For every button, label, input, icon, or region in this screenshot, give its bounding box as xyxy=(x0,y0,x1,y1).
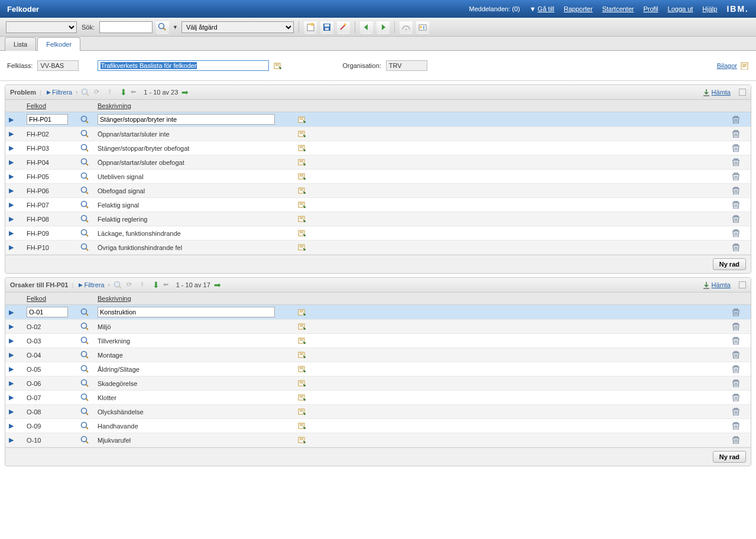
col-felkod[interactable]: Felkod xyxy=(23,293,76,305)
row-expand-icon[interactable]: ▶ xyxy=(9,187,16,194)
goto-link[interactable]: ▼Gå till xyxy=(530,5,554,12)
orsaker-filter[interactable]: Filtrera xyxy=(79,281,104,288)
detail-icon[interactable] xyxy=(297,171,306,181)
delete-icon[interactable] xyxy=(731,115,740,124)
row-expand-icon[interactable]: ▶ xyxy=(9,436,16,444)
detail-icon[interactable] xyxy=(297,435,306,444)
delete-icon[interactable] xyxy=(731,143,740,152)
lookup-icon[interactable] xyxy=(80,307,89,317)
prev-icon[interactable] xyxy=(360,21,373,34)
lookup-icon[interactable] xyxy=(80,228,89,238)
detail-icon[interactable] xyxy=(297,421,306,430)
delete-icon[interactable] xyxy=(731,157,740,167)
table-row[interactable]: ▶FH-P06Obefogad signal xyxy=(5,184,751,198)
delete-icon[interactable] xyxy=(731,171,740,181)
desc-detail-icon[interactable] xyxy=(272,61,282,70)
nav-rapporter[interactable]: Rapporter xyxy=(564,5,593,12)
table-row[interactable]: ▶O-07Klotter xyxy=(5,391,751,405)
lookup-icon[interactable] xyxy=(80,435,89,444)
row-expand-icon[interactable]: ▶ xyxy=(9,215,16,223)
lookup-icon[interactable] xyxy=(80,336,89,345)
problem-download[interactable]: Hämta xyxy=(702,88,731,96)
detail-icon[interactable] xyxy=(297,115,306,124)
new-icon[interactable] xyxy=(304,21,317,34)
detail-icon[interactable] xyxy=(297,336,306,345)
delete-icon[interactable] xyxy=(731,392,740,402)
orsaker-collapse-icon[interactable] xyxy=(739,281,746,288)
detail-icon[interactable] xyxy=(297,407,306,416)
problem-filter[interactable]: Filtrera xyxy=(47,89,72,96)
felkod-input[interactable] xyxy=(27,307,68,317)
row-expand-icon[interactable]: ▶ xyxy=(9,309,16,316)
lookup-icon[interactable] xyxy=(80,392,89,402)
detail-icon[interactable] xyxy=(297,143,306,152)
delete-icon[interactable] xyxy=(731,242,740,252)
report-icon[interactable] xyxy=(416,21,429,34)
attachments-icon[interactable] xyxy=(739,61,749,70)
action-select[interactable]: Välj åtgärd xyxy=(181,21,294,33)
search-input[interactable] xyxy=(99,21,153,33)
col-felkod[interactable]: Felkod xyxy=(23,100,76,112)
gauge-icon[interactable] xyxy=(400,21,413,34)
row-expand-icon[interactable]: ▶ xyxy=(9,158,16,166)
detail-icon[interactable] xyxy=(297,392,306,402)
detail-icon[interactable] xyxy=(297,350,306,359)
table-row[interactable]: ▶O-10Mjukvarufel xyxy=(5,433,751,447)
delete-icon[interactable] xyxy=(731,322,740,331)
table-row[interactable]: ▶O-08Olyckshändelse xyxy=(5,405,751,419)
detail-icon[interactable] xyxy=(297,157,306,167)
row-expand-icon[interactable]: ▶ xyxy=(9,243,16,251)
lookup-icon[interactable] xyxy=(80,200,89,209)
lookup-icon[interactable] xyxy=(80,421,89,430)
row-expand-icon[interactable]: ▶ xyxy=(9,379,16,387)
row-expand-icon[interactable]: ▶ xyxy=(9,351,16,359)
detail-icon[interactable] xyxy=(297,322,306,331)
search-icon[interactable] xyxy=(156,21,169,34)
tab-felkoder[interactable]: Felkoder xyxy=(37,37,80,51)
table-row[interactable]: ▶O-09Handhavande xyxy=(5,419,751,433)
orsaker-new-row-button[interactable]: Ny rad xyxy=(713,451,746,463)
nav-profil[interactable]: Profil xyxy=(643,5,658,12)
delete-icon[interactable] xyxy=(731,129,740,138)
messages-indicator[interactable]: Meddelanden: (0) xyxy=(469,5,520,12)
detail-icon[interactable] xyxy=(297,378,306,388)
row-expand-icon[interactable]: ▶ xyxy=(9,144,16,152)
lookup-icon[interactable] xyxy=(80,186,89,195)
felkod-input[interactable] xyxy=(27,114,68,125)
table-row[interactable]: ▶FH-P07Felaktig signal xyxy=(5,198,751,212)
lookup-icon[interactable] xyxy=(80,364,89,374)
orsaker-download[interactable]: Hämta xyxy=(702,281,731,289)
delete-icon[interactable] xyxy=(731,186,740,195)
detail-icon[interactable] xyxy=(297,307,306,317)
nav-logout[interactable]: Logga ut xyxy=(668,5,693,12)
detail-icon[interactable] xyxy=(297,228,306,238)
attachments-link[interactable]: Bilagor xyxy=(717,62,737,69)
find-select[interactable] xyxy=(6,21,77,33)
lookup-icon[interactable] xyxy=(80,242,89,252)
detail-icon[interactable] xyxy=(297,129,306,138)
row-expand-icon[interactable]: ▶ xyxy=(9,422,16,430)
delete-icon[interactable] xyxy=(731,421,740,430)
row-expand-icon[interactable]: ▶ xyxy=(9,130,16,138)
problem-collapse-icon[interactable] xyxy=(739,89,746,96)
row-expand-icon[interactable]: ▶ xyxy=(9,365,16,373)
lookup-icon[interactable] xyxy=(80,378,89,388)
row-expand-icon[interactable]: ▶ xyxy=(9,229,16,237)
lookup-icon[interactable] xyxy=(80,350,89,359)
row-expand-icon[interactable]: ▶ xyxy=(9,201,16,209)
delete-icon[interactable] xyxy=(731,378,740,388)
row-expand-icon[interactable]: ▶ xyxy=(9,116,16,124)
next-icon[interactable] xyxy=(377,21,390,34)
delete-icon[interactable] xyxy=(731,336,740,345)
row-expand-icon[interactable]: ▶ xyxy=(9,323,16,330)
row-expand-icon[interactable]: ▶ xyxy=(9,173,16,180)
row-expand-icon[interactable]: ▶ xyxy=(9,394,16,401)
clear-icon[interactable] xyxy=(337,21,350,34)
lookup-icon[interactable] xyxy=(80,322,89,331)
problem-new-row-button[interactable]: Ny rad xyxy=(713,258,746,270)
delete-icon[interactable] xyxy=(731,435,740,444)
delete-icon[interactable] xyxy=(731,364,740,374)
delete-icon[interactable] xyxy=(731,200,740,209)
delete-icon[interactable] xyxy=(731,214,740,223)
table-row[interactable]: ▶FH-P09Läckage, funktionshindrande xyxy=(5,226,751,241)
